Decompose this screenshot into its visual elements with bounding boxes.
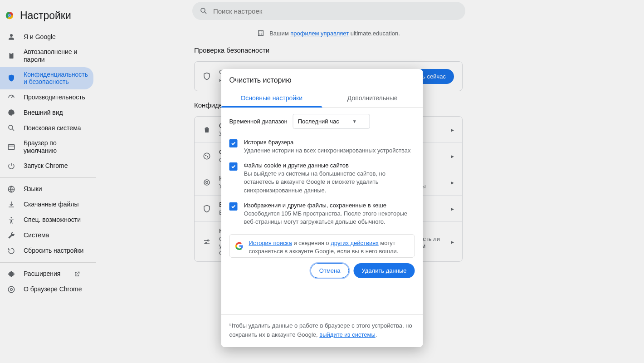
dialog-footer-note: Чтобы удалить данные о работе в браузере… bbox=[221, 314, 423, 347]
delete-data-button[interactable]: Удалить данные bbox=[354, 263, 415, 278]
checkbox-cache[interactable] bbox=[229, 202, 238, 211]
time-range-select[interactable]: Последний час ▼ bbox=[293, 114, 370, 129]
tab-basic[interactable]: Основные настройки bbox=[221, 89, 322, 107]
checkbox-history[interactable] bbox=[229, 139, 238, 147]
clear-history-dialog: Очистить историю Основные настройки Допо… bbox=[221, 69, 423, 347]
sign-out-link[interactable]: выйдите из системы bbox=[319, 331, 375, 338]
google-info-box: История поиска и сведения о других дейст… bbox=[229, 234, 415, 258]
time-range-label: Временной диапазон bbox=[229, 118, 288, 125]
checkbox-cookies[interactable] bbox=[229, 162, 238, 171]
tab-advanced[interactable]: Дополнительные bbox=[322, 89, 423, 107]
cancel-button[interactable]: Отмена bbox=[311, 263, 349, 278]
google-icon bbox=[235, 242, 244, 250]
search-history-link[interactable]: История поиска bbox=[249, 240, 292, 246]
dialog-title: Очистить историю bbox=[221, 69, 423, 89]
chevron-down-icon: ▼ bbox=[352, 119, 357, 124]
other-activity-link[interactable]: других действиях bbox=[331, 240, 379, 246]
